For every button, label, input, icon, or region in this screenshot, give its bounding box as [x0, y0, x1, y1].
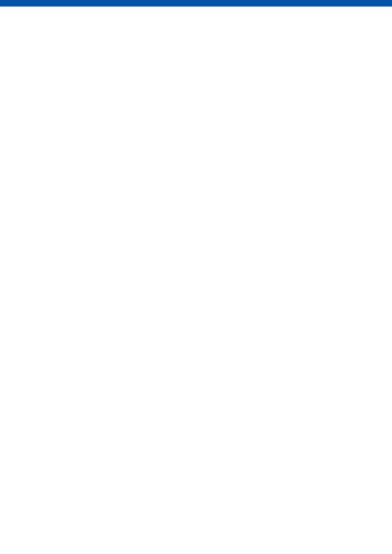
top-accent-bar: [0, 0, 392, 7]
